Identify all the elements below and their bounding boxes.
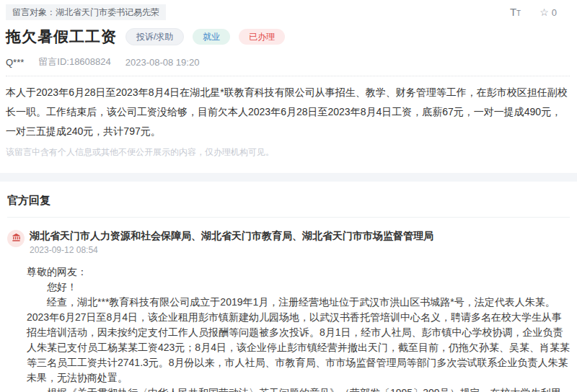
- message-id: 留言ID:18608824: [38, 55, 110, 68]
- reply-datetime: 2023-09-12 08:54: [30, 245, 433, 255]
- privacy-note: 该留言中含有个人信息或其他不便公开展示的内容，仅办理机构可见。: [6, 146, 570, 159]
- star-icon: ☆: [539, 6, 549, 18]
- reply-agency-name: 湖北省天门市人力资源和社会保障局、湖北省天门市教育局、湖北省天门市市场监督管理局: [30, 229, 433, 242]
- article-toolbar: TT ☆ 0: [510, 4, 570, 19]
- reply-paragraph: 您好！: [27, 280, 570, 295]
- government-building-icon: [12, 232, 21, 245]
- recipient-tag[interactable]: 留言对象：湖北省天门市委书记易先荣: [6, 4, 166, 20]
- reply-paragraph: 尊敬的网友：: [27, 264, 570, 280]
- official-reply-section: 官方回复 湖北省天门市人力资源和社会保障局、湖北省天门市教育局、湖北省天门市市场…: [0, 182, 577, 392]
- message-card: 留言对象：湖北省天门市委书记易先荣 TT ☆ 0 拖欠暑假工工资 投诉/求助 就…: [0, 0, 577, 159]
- message-meta: Q*** 留言ID:18608824 2023-08-08 19:20: [6, 55, 570, 76]
- reply-item: 湖北省天门市人力资源和社会保障局、湖北省天门市教育局、湖北省天门市市场监督管理局…: [7, 218, 570, 392]
- page-title: 拖欠暑假工工资: [6, 27, 117, 47]
- tag-field: 就业: [193, 29, 230, 45]
- favorite-button[interactable]: ☆ 0: [539, 6, 557, 18]
- reply-paragraph: 经查，湖北***教育科技有限公司成立于2019年1月，注册经营地址位于武汉市洪山…: [27, 295, 570, 386]
- section-separator: [0, 173, 577, 182]
- reply-body: 尊敬的网友： 您好！ 经查，湖北***教育科技有限公司成立于2019年1月，注册…: [27, 264, 570, 392]
- dotted-divider: [6, 76, 570, 76]
- status-badge: 已办理: [239, 29, 285, 45]
- message-body: 本人于2023年6月28日至2023年8月4日在湖北星*联教育科技有限公司从事招…: [6, 83, 570, 141]
- message-datetime: 2023-08-08 19:20: [125, 57, 200, 68]
- font-size-icon: T: [510, 6, 516, 18]
- author-name: Q***: [6, 57, 24, 68]
- avatar: [7, 230, 25, 247]
- tag-category: 投诉/求助: [125, 28, 184, 45]
- favorite-count: 0: [552, 7, 557, 18]
- font-size-button[interactable]: TT: [510, 6, 521, 19]
- reply-paragraph: 根据《关于贯彻执行〈中华人民共和国劳动法〉若干问题的意见》（劳部发〔1995〕3…: [27, 386, 570, 392]
- reply-section-heading: 官方回复: [7, 182, 570, 217]
